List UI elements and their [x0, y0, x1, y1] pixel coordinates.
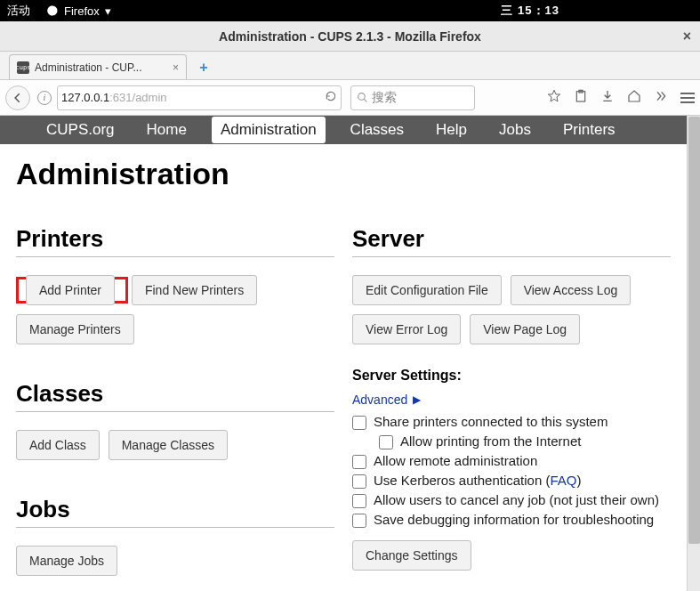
- home-button[interactable]: [627, 89, 641, 106]
- home-icon: [627, 89, 641, 103]
- manage-classes-button[interactable]: Manage Classes: [109, 430, 228, 460]
- add-printer-button[interactable]: Add Printer: [26, 275, 115, 305]
- left-column: Printers Add Printer Find New Printers M…: [16, 225, 334, 591]
- vertical-scrollbar[interactable]: [687, 116, 700, 591]
- tab-favicon: cups: [17, 61, 29, 74]
- save-debug-checkbox[interactable]: [352, 514, 366, 528]
- manage-jobs-button[interactable]: Manage Jobs: [16, 546, 117, 576]
- svg-line-2: [364, 99, 366, 101]
- add-class-button[interactable]: Add Class: [16, 430, 100, 460]
- page-title: Administration: [16, 157, 671, 191]
- nav-toolbar: i 127.0.0.1:631/admin 搜索: [0, 80, 700, 116]
- nav-jobs[interactable]: Jobs: [492, 117, 538, 143]
- downloads-button[interactable]: [600, 89, 615, 106]
- browser-tab[interactable]: cups Administration - CUP... ×: [9, 54, 187, 79]
- library-button[interactable]: [574, 89, 588, 106]
- printers-heading: Printers: [16, 225, 334, 257]
- nav-classes[interactable]: Classes: [343, 117, 411, 143]
- search-icon: [357, 92, 368, 103]
- allow-cancel-label: Allow users to cancel any job (not just …: [374, 492, 659, 507]
- scrollbar-thumb[interactable]: [688, 117, 700, 544]
- server-heading: Server: [352, 225, 671, 257]
- new-tab-button[interactable]: +: [196, 60, 212, 76]
- view-page-log-button[interactable]: View Page Log: [470, 314, 580, 344]
- svg-point-1: [358, 93, 366, 101]
- window-titlebar: Administration - CUPS 2.1.3 - Mozilla Fi…: [0, 21, 700, 52]
- remote-admin-checkbox[interactable]: [352, 455, 366, 469]
- nav-administration[interactable]: Administration: [212, 117, 326, 143]
- kerberos-checkbox[interactable]: [352, 474, 366, 489]
- desktop-topbar: 活动 Firefox ▾ 三 15：13: [0, 0, 700, 21]
- star-icon: [547, 89, 561, 103]
- chevron-down-icon: ▾: [105, 4, 111, 18]
- change-settings-button[interactable]: Change Settings: [352, 540, 471, 571]
- app-menu-button[interactable]: [680, 93, 695, 103]
- window-title: Administration - CUPS 2.1.3 - Mozilla Fi…: [219, 29, 481, 44]
- save-debug-label: Save debugging information for troublesh…: [374, 512, 654, 527]
- toolbar-icons: [547, 89, 695, 106]
- url-bar[interactable]: 127.0.0.1:631/admin: [57, 85, 342, 110]
- tab-title: Administration - CUP...: [35, 61, 142, 74]
- download-icon: [600, 89, 615, 103]
- reload-icon: [325, 90, 337, 102]
- share-printers-checkbox[interactable]: [352, 416, 366, 430]
- nav-home[interactable]: Home: [140, 117, 194, 143]
- view-error-log-button[interactable]: View Error Log: [352, 314, 461, 344]
- edit-configuration-button[interactable]: Edit Configuration File: [352, 275, 502, 305]
- right-column: Server Edit Configuration File View Acce…: [352, 225, 671, 591]
- find-new-printers-button[interactable]: Find New Printers: [132, 275, 257, 305]
- site-nav: CUPS.org Home Administration Classes Hel…: [0, 116, 687, 144]
- chevron-double-right-icon: [654, 89, 668, 103]
- back-button[interactable]: [5, 85, 30, 110]
- server-settings-heading: Server Settings:: [352, 368, 671, 384]
- hamburger-icon: [680, 93, 695, 94]
- advanced-link[interactable]: Advanced ▶: [352, 393, 671, 407]
- app-menu-label: Firefox: [64, 4, 100, 18]
- nav-printers[interactable]: Printers: [556, 117, 623, 143]
- allow-internet-label: Allow printing from the Internet: [400, 433, 581, 449]
- firefox-icon: [46, 4, 59, 17]
- search-bar[interactable]: 搜索: [350, 85, 475, 110]
- remote-admin-label: Allow remote administration: [374, 453, 537, 468]
- allow-cancel-checkbox[interactable]: [352, 494, 366, 508]
- bookmark-star-button[interactable]: [547, 89, 561, 106]
- search-placeholder: 搜索: [372, 90, 397, 106]
- nav-cupsorg[interactable]: CUPS.org: [39, 117, 122, 143]
- nav-help[interactable]: Help: [429, 117, 474, 143]
- advanced-label: Advanced: [352, 393, 407, 407]
- clock[interactable]: 三 15：13: [501, 3, 559, 19]
- app-menu[interactable]: Firefox ▾: [46, 4, 111, 18]
- jobs-heading: Jobs: [16, 496, 334, 528]
- overflow-button[interactable]: [654, 89, 668, 106]
- highlight-box: Add Printer: [16, 277, 128, 304]
- url-host: 127.0.0.1: [61, 91, 109, 104]
- manage-printers-button[interactable]: Manage Printers: [16, 314, 134, 344]
- site-info-icon[interactable]: i: [37, 91, 52, 105]
- clipboard-icon: [574, 89, 588, 103]
- reload-button[interactable]: [325, 90, 337, 105]
- url-path: :631/admin: [109, 91, 166, 104]
- share-printers-label: Share printers connected to this system: [374, 414, 607, 429]
- tab-strip: cups Administration - CUP... × +: [0, 52, 700, 80]
- kerberos-label: Use Kerberos authentication (FAQ): [374, 473, 581, 488]
- view-access-log-button[interactable]: View Access Log: [511, 275, 632, 305]
- triangle-right-icon: ▶: [413, 393, 421, 406]
- tab-close-button[interactable]: ×: [173, 61, 179, 74]
- arrow-left-icon: [12, 92, 24, 104]
- faq-link[interactable]: FAQ: [550, 473, 576, 488]
- allow-internet-checkbox[interactable]: [379, 435, 393, 449]
- window-close-button[interactable]: ×: [683, 28, 691, 45]
- classes-heading: Classes: [16, 380, 334, 412]
- activities-button[interactable]: 活动: [7, 3, 30, 19]
